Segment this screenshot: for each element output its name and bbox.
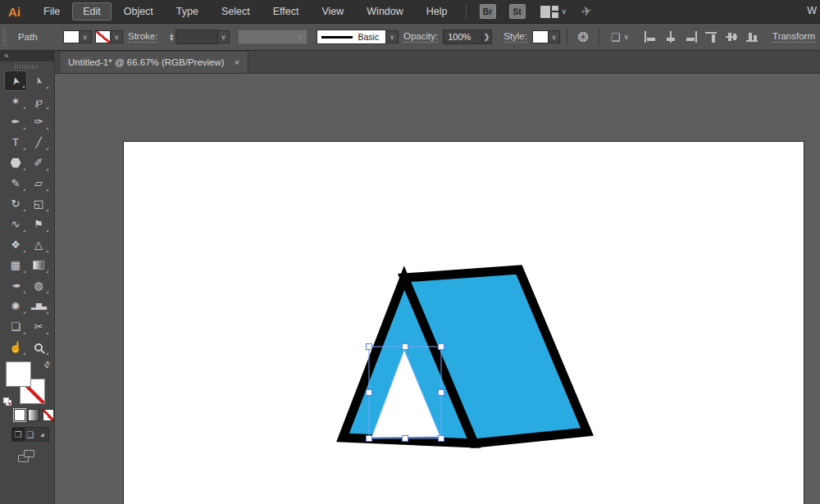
- default-fill-stroke-icon[interactable]: [3, 397, 11, 406]
- tool-symbol-sprayer[interactable]: ✺: [4, 296, 27, 316]
- screen-mode-button[interactable]: [18, 450, 34, 462]
- stroke-color-dropdown[interactable]: [111, 30, 123, 43]
- align-bottom-icon[interactable]: [746, 31, 759, 43]
- tool-column-graph[interactable]: ▂▆▃: [27, 296, 50, 316]
- tool-magic-wand[interactable]: ✶: [4, 91, 27, 111]
- menu-type[interactable]: Type: [166, 2, 209, 20]
- style-dropdown[interactable]: [549, 30, 561, 43]
- tool-artboard[interactable]: ❏: [4, 316, 27, 337]
- tool-puppet-warp[interactable]: ⚑: [27, 214, 50, 234]
- fill-proxy[interactable]: [6, 361, 31, 387]
- collapse-panel-icon[interactable]: «: [4, 51, 9, 60]
- workspace-chevron-icon[interactable]: [562, 7, 567, 16]
- tool-selection[interactable]: ➤: [4, 70, 27, 91]
- opacity-expand-button[interactable]: [482, 30, 493, 44]
- document-tab[interactable]: Untitled-1* @ 66.67% (RGB/Preview) ×: [59, 51, 248, 73]
- draw-mode-row: ❒ ❑ ◕: [11, 427, 49, 442]
- tool-hand[interactable]: ☝: [4, 337, 27, 357]
- bridge-button[interactable]: Br: [480, 4, 496, 19]
- tool-gradient[interactable]: [27, 255, 50, 275]
- tool-type[interactable]: T: [4, 132, 27, 152]
- transform-link[interactable]: Transform: [772, 31, 815, 43]
- tool-panel-header: «: [0, 51, 54, 61]
- draw-inside-button[interactable]: ◕: [36, 428, 48, 441]
- document-setup-chevron-icon[interactable]: [623, 33, 629, 41]
- tool-mesh[interactable]: ▦: [4, 255, 27, 275]
- menu-view[interactable]: View: [311, 2, 354, 20]
- stock-button[interactable]: St: [509, 4, 526, 19]
- tool-scale[interactable]: ◱: [27, 193, 50, 214]
- tool-slice[interactable]: ✂: [27, 316, 50, 337]
- canvas-pasteboard[interactable]: [55, 74, 820, 504]
- gradient-button[interactable]: [28, 409, 39, 421]
- opacity-field[interactable]: 100%: [443, 30, 481, 44]
- tool-line-segment[interactable]: ╱: [27, 132, 50, 152]
- menubar-separator: [466, 4, 467, 19]
- menu-effect[interactable]: Effect: [262, 2, 310, 20]
- tool-direct-selection[interactable]: ➢: [27, 70, 50, 91]
- tool-shape-builder[interactable]: ❖: [4, 234, 27, 255]
- tool-width[interactable]: ∿: [4, 214, 27, 234]
- tool-eraser[interactable]: ▱: [27, 173, 50, 193]
- artboard[interactable]: [123, 141, 804, 504]
- brush-name-label: Basic: [358, 32, 379, 42]
- recolor-artwork-icon[interactable]: [577, 30, 588, 45]
- tool-rotate[interactable]: ↻: [4, 193, 27, 214]
- eyedropper-icon: ✒: [11, 280, 20, 291]
- artboard-icon: ❏: [11, 321, 20, 332]
- draw-normal-button[interactable]: ❒: [12, 428, 25, 441]
- none-button[interactable]: [43, 409, 54, 421]
- tool-panel-grip[interactable]: [15, 65, 39, 69]
- tool-curvature[interactable]: ✑: [27, 111, 50, 132]
- stroke-weight-stepper[interactable]: [167, 33, 175, 41]
- share-icon[interactable]: [581, 3, 593, 20]
- stroke-weight-dropdown[interactable]: [218, 30, 230, 43]
- document-tab-title: Untitled-1* @ 66.67% (RGB/Preview): [68, 57, 225, 67]
- align-right-icon[interactable]: [685, 31, 698, 43]
- align-center-vertical-icon[interactable]: [726, 31, 739, 43]
- menu-object[interactable]: Object: [113, 2, 164, 20]
- style-label[interactable]: Style:: [503, 31, 527, 43]
- workspace-switcher-icon[interactable]: [540, 6, 558, 18]
- align-top-icon[interactable]: [705, 31, 718, 43]
- menu-window[interactable]: Window: [356, 2, 413, 20]
- menu-items: FileEditObjectTypeSelectEffectViewWindow…: [32, 0, 459, 23]
- shape-builder-icon: ❖: [11, 239, 20, 250]
- brush-definition-dropdown[interactable]: [386, 30, 399, 43]
- brush-definition-field[interactable]: Basic: [317, 30, 386, 44]
- color-button[interactable]: [14, 409, 25, 421]
- align-center-horizontal-icon[interactable]: [664, 31, 677, 43]
- menu-select[interactable]: Select: [211, 2, 261, 20]
- fill-color-swatch[interactable]: [63, 30, 80, 43]
- style-swatch[interactable]: [532, 30, 549, 43]
- control-bar-grip[interactable]: [2, 28, 7, 46]
- tool-perspective-grid[interactable]: △: [27, 234, 50, 255]
- column-graph-icon: ▂▆▃: [31, 302, 46, 310]
- tool-grid: ➤➢✶℘✒✑T╱✐✎▱↻◱∿⚑❖△▦✒◍✺▂▆▃❏✂☝: [0, 70, 54, 357]
- draw-behind-button[interactable]: ❑: [25, 428, 37, 441]
- tool-polygon[interactable]: [4, 152, 27, 173]
- tool-pen[interactable]: ✒: [4, 111, 27, 132]
- tool-pencil[interactable]: ✎: [4, 173, 27, 193]
- document-setup-icon[interactable]: [611, 31, 621, 43]
- align-left-icon[interactable]: [644, 31, 657, 43]
- stroke-weight-label[interactable]: Stroke:: [128, 31, 157, 43]
- tool-eyedropper[interactable]: ✒: [4, 275, 27, 296]
- swap-fill-stroke-icon[interactable]: [41, 359, 52, 370]
- tool-blend[interactable]: ◍: [27, 275, 50, 296]
- tool-zoom[interactable]: [27, 337, 50, 357]
- width-icon: ∿: [11, 219, 20, 229]
- tab-close-icon[interactable]: ×: [235, 57, 239, 67]
- selection-icon: ➤: [10, 75, 21, 86]
- menu-file[interactable]: File: [33, 2, 71, 20]
- tool-paintbrush[interactable]: ✐: [27, 152, 50, 173]
- menu-edit[interactable]: Edit: [72, 2, 112, 20]
- stroke-weight-field[interactable]: [175, 30, 217, 44]
- opacity-label[interactable]: Opacity:: [403, 31, 438, 43]
- tab-bar: Untitled-1* @ 66.67% (RGB/Preview) ×: [55, 51, 820, 74]
- scale-icon: ◱: [34, 198, 43, 209]
- fill-color-dropdown[interactable]: [80, 30, 92, 43]
- tool-lasso[interactable]: ℘: [27, 91, 50, 111]
- stroke-color-swatch[interactable]: [95, 30, 112, 43]
- menu-help[interactable]: Help: [416, 2, 458, 20]
